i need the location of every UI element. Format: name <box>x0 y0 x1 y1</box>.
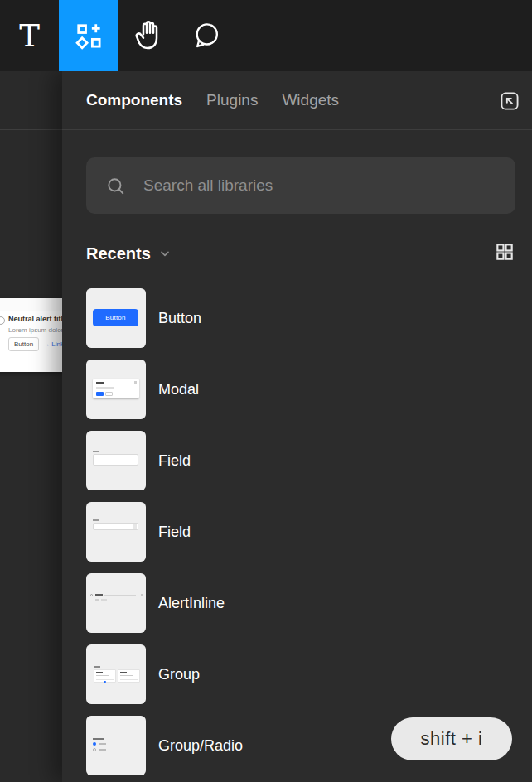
mock-card-title <box>96 672 103 673</box>
mock-field-label <box>93 519 99 521</box>
mock-group-label <box>93 738 104 740</box>
mock-alert-title <box>95 594 103 596</box>
component-item-label: Field <box>158 452 191 470</box>
mock-radio-selected <box>93 742 96 746</box>
component-item-label: AlertInline <box>158 595 225 612</box>
mock-primary-button <box>96 392 104 396</box>
mock-card-line <box>120 675 133 676</box>
mock-selected-dot <box>104 681 106 683</box>
tab-plugins[interactable]: Plugins <box>206 91 258 109</box>
keyboard-shortcut-badge: shift + i <box>391 717 512 760</box>
component-thumbnail: Button <box>86 288 146 348</box>
comment-bubble-icon <box>191 20 222 51</box>
tab-widgets[interactable]: Widgets <box>282 91 339 109</box>
assets-tool-button[interactable] <box>59 0 118 71</box>
component-thumbnail <box>86 644 146 704</box>
figma-app-window: Neutral alert title Lorem ipsum dolor am… <box>0 0 532 782</box>
assets-panel: Components Plugins Widgets Recents <box>62 71 532 782</box>
alert-card-divider <box>0 369 63 369</box>
canvas-alert-component[interactable]: Neutral alert title Lorem ipsum dolor am… <box>0 298 63 372</box>
alert-button: Button <box>8 337 39 351</box>
mock-card-footer <box>96 679 114 680</box>
tab-components[interactable]: Components <box>86 91 182 109</box>
list-item-field-large[interactable]: Field <box>86 431 515 490</box>
grid-view-icon <box>494 241 515 263</box>
search-input[interactable] <box>142 176 497 196</box>
comments-tool-button[interactable] <box>177 0 235 71</box>
mock-modal-title <box>96 382 104 384</box>
mock-input-adornment <box>133 524 137 529</box>
component-thumbnail <box>86 360 146 419</box>
section-header: Recents <box>86 239 515 268</box>
list-item-alertinline[interactable]: AlertInline <box>86 573 515 633</box>
component-thumbnail <box>86 431 146 490</box>
mock-close-icon <box>134 381 137 384</box>
search-bar <box>86 157 515 214</box>
text-tool-button[interactable]: T <box>0 0 59 71</box>
component-thumbnail <box>86 502 146 562</box>
grid-view-toggle[interactable] <box>494 241 515 266</box>
alert-link: → Link text <box>43 340 63 348</box>
list-item-modal[interactable]: Modal <box>86 360 515 419</box>
alert-title: Neutral alert title <box>8 315 63 323</box>
mock-card-line <box>96 675 109 676</box>
component-item-label: Field <box>158 524 191 541</box>
mock-radio-label <box>99 743 106 745</box>
list-item-button[interactable]: Button Button <box>86 288 515 348</box>
panel-tabs: Components Plugins Widgets <box>62 71 532 130</box>
list-item-group[interactable]: Group <box>86 644 515 704</box>
mock-input <box>93 523 138 530</box>
chevron-down-icon <box>158 247 172 260</box>
alert-card-header-strip <box>0 298 63 311</box>
mock-card <box>118 669 140 683</box>
section-title: Recents <box>86 244 151 263</box>
alert-body-text: Lorem ipsum dolor amet consec <box>8 326 63 334</box>
mock-secondary-button <box>105 392 113 396</box>
mock-button: Button <box>93 309 138 326</box>
hand-icon <box>131 19 164 52</box>
hand-tool-button[interactable] <box>118 0 177 71</box>
component-item-label: Group <box>158 666 200 683</box>
component-item-label: Modal <box>158 381 199 398</box>
mock-field-label <box>93 451 99 452</box>
canvas-frame-edge <box>0 129 63 130</box>
mock-radio-unselected <box>93 748 96 751</box>
mock-alert-action <box>101 599 107 601</box>
component-thumbnail <box>86 716 146 775</box>
component-list: Button Button Modal <box>86 288 515 775</box>
mock-modal-body <box>96 387 114 389</box>
list-item-field-small[interactable]: Field <box>86 502 515 562</box>
component-thumbnail <box>86 573 146 633</box>
mock-alert-text <box>104 595 136 596</box>
components-icon <box>71 18 106 53</box>
recents-dropdown[interactable]: Recents <box>86 244 172 263</box>
mock-radio-label <box>99 749 106 751</box>
component-item-label: Button <box>158 310 201 327</box>
toolbar: T <box>0 0 532 71</box>
mock-card-footer <box>120 679 138 680</box>
mock-input <box>93 454 138 466</box>
mock-card-title <box>120 672 127 673</box>
mock-alert-icon <box>90 594 93 596</box>
open-in-window-icon <box>498 89 521 113</box>
open-in-window-button[interactable] <box>498 89 521 113</box>
mock-close-icon <box>141 594 143 596</box>
canvas-area[interactable]: Neutral alert title Lorem ipsum dolor am… <box>0 71 63 782</box>
component-item-label: Group/Radio <box>158 737 243 755</box>
mock-modal <box>93 379 139 398</box>
mock-group-label <box>94 666 100 668</box>
mock-alert-action <box>95 599 99 601</box>
info-icon <box>0 316 5 325</box>
text-tool-icon: T <box>19 21 40 51</box>
search-icon <box>104 175 127 197</box>
